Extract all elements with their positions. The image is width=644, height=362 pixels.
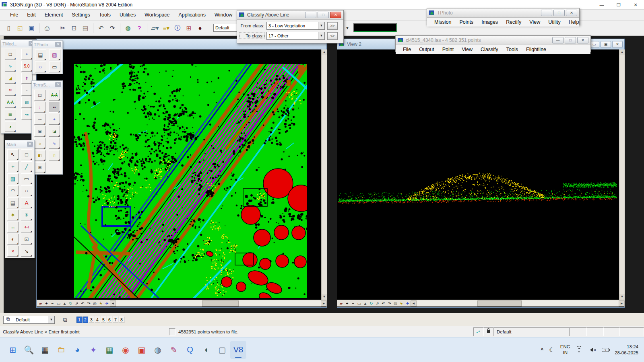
lock-icon[interactable] [484,327,493,336]
las-maximize-button[interactable]: □ [565,37,576,43]
scroll-left-arrow[interactable]: ◄ [411,300,417,306]
view1-hscroll-thumb[interactable] [202,300,239,306]
tray-chevron-icon[interactable]: ^ [541,347,543,353]
scroll-down-arrow[interactable]: ▼ [322,294,327,300]
menu-item[interactable]: View [525,18,544,26]
view2-hscroll-track[interactable] [417,300,619,306]
to-class-select[interactable]: 17 - Other ▼ [266,32,325,40]
language-indicator[interactable]: ENG IN [560,344,570,355]
place-crane-tool[interactable]: ⌖ [21,49,33,60]
manage-trajectories-tool[interactable]: ▤ [34,90,45,101]
cells-tool[interactable]: ▤ [7,197,19,208]
menu-item[interactable]: View [458,45,477,53]
fit-view-icon[interactable]: ▲ [62,300,68,306]
classify-points-tool[interactable]: ↓ [34,102,45,113]
task-view-icon[interactable]: ▦ [37,341,53,359]
classify-minimize-button[interactable]: — [305,12,316,18]
place-tower-tool[interactable]: ⌖ [49,114,60,125]
view-next-icon[interactable]: ↷ [386,300,392,306]
update-view-icon[interactable]: ▰ [338,300,344,306]
menu-item[interactable]: Workspace [140,10,174,19]
swap-classes-button[interactable]: <> [327,32,338,40]
element-selection-tool[interactable]: ↖ [7,149,19,160]
surfaces-icon[interactable]: ≡▾ [161,23,171,33]
window-area-icon[interactable]: ▭ [356,300,362,306]
display-image-tool[interactable]: ▣ [34,126,45,137]
menu-item[interactable]: Mission [430,18,455,26]
zoom-out-icon[interactable]: − [350,300,356,306]
scroll-up-arrow[interactable]: ▲ [322,49,327,55]
place-point-tool[interactable]: + [7,161,19,172]
menu-item[interactable]: Settings [68,10,95,19]
microstation-icon[interactable]: V8 [230,341,246,359]
scroll-up-arrow[interactable]: ▲ [619,49,625,55]
app-maximize-button[interactable]: ❐ [610,0,627,10]
tphoto-window-titlebar[interactable]: TPhoto — □ ✕ [427,8,579,18]
cut-icon[interactable]: ✂ [58,23,68,33]
view-toggle-2[interactable]: 2 [83,317,88,323]
undo-icon[interactable]: ↶ [96,23,106,33]
close-icon[interactable]: ✕ [55,42,61,47]
tmodel-palette-titlebar[interactable]: TMod... ✕ [1,40,36,47]
view-toggle-3[interactable]: 3 [89,317,94,323]
paste-icon[interactable]: ▤ [80,23,91,33]
draw-vertical-section-tool[interactable]: A-A [49,90,60,101]
menu-item[interactable]: Rectify [502,18,525,26]
delete-element-tool[interactable]: × [7,246,19,257]
tphoto-palette-titlebar[interactable]: TPhoto ✕ [33,41,62,48]
place-circle-tool[interactable]: ○ [35,62,46,72]
las-window-titlebar[interactable]: cl4515_4340.las - 4 582 351 points — □ ✕ [396,36,590,45]
shade-surface-tool[interactable]: ▦ [5,109,16,120]
manipulate-tool[interactable]: ⊡ [21,234,32,245]
expand-classes-button[interactable]: >> [327,22,338,30]
flatten-line-tool[interactable]: ∿ [5,61,16,72]
close-icon[interactable]: ✕ [27,142,33,147]
manage-raster-tool[interactable]: ▧ [49,49,60,60]
scroll-right-arrow[interactable]: ► [619,300,625,306]
menu-item[interactable]: Output [415,45,438,53]
menu-item[interactable]: Utilities [115,10,140,19]
save-file-icon[interactable]: ▣ [26,23,37,33]
chrome-icon[interactable]: ◉ [118,341,134,359]
do-not-disturb-icon[interactable]: ☾ [549,346,554,354]
rotate-view-icon[interactable]: ↻ [368,300,374,306]
dimension-tool[interactable]: ↤ [21,222,32,232]
view-next-icon[interactable]: ↷ [86,300,92,306]
view2-close-button[interactable]: ✕ [612,41,623,48]
gray-app-icon[interactable]: ▢ [214,341,230,359]
place-line-tool[interactable]: ╱ [21,161,32,172]
copy-view-icon[interactable]: ◎ [92,300,98,306]
menu-item[interactable]: Utility [544,18,565,26]
app-minimize-button[interactable]: — [593,0,610,10]
classify-dialog-titlebar[interactable]: Classify Above Line — □ ✕ [237,10,343,20]
place-text-tool[interactable]: A [21,197,32,208]
view-toggle-8[interactable]: 8 [119,317,124,323]
las-close-button[interactable]: ✕ [577,37,588,43]
view-toggle-1[interactable]: 1 [76,317,82,323]
view-laser-tool[interactable]: ▪▪ [49,102,60,113]
zoom-in-icon[interactable]: + [344,300,350,306]
wifi-icon[interactable] [576,348,582,352]
paint-app-icon[interactable]: ✎ [166,341,182,359]
draw-section-tool[interactable]: A-A [5,97,16,108]
cut-section-tool[interactable]: ◪ [49,126,60,137]
menu-item[interactable]: Images [477,18,502,26]
active-point-tool[interactable]: ✳ [21,210,32,220]
open-file-icon[interactable]: ◱ [15,23,25,33]
terrascan-palette-titlebar[interactable]: TerraS... ✕ [32,81,62,88]
place-arc-tool[interactable]: ◠ [7,185,19,196]
zoom-out-icon[interactable]: − [50,300,56,306]
road-lamp-tool[interactable]: ☼ [34,138,45,149]
fly-view-icon[interactable]: ✈ [405,300,411,306]
zoom-in-icon[interactable]: + [43,300,50,306]
tphoto-minimize-button[interactable]: — [541,10,552,16]
view-groups-icon[interactable]: ⧉ [60,316,69,323]
manage-missions-tool[interactable]: ▤ [35,49,46,60]
building-model-tool[interactable]: ◧ [34,150,45,161]
view-previous-icon[interactable]: ↶ [380,300,386,306]
copilot-icon[interactable]: ✦ [85,341,101,359]
tphoto-maximize-button[interactable]: □ [553,10,565,16]
teal-app-icon[interactable]: ◖ [198,341,214,359]
view2-vscrollbar[interactable]: ▲▼ [619,49,625,300]
view-toggle-5[interactable]: 5 [101,317,106,323]
